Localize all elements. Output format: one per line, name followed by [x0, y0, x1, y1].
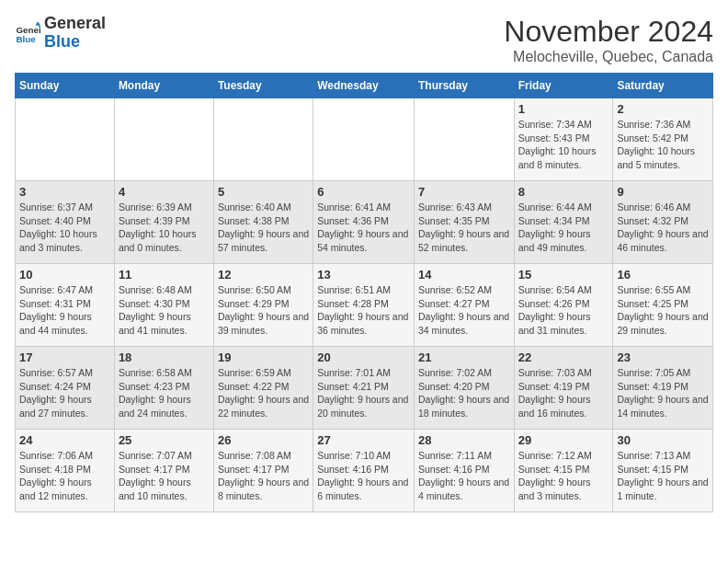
- calendar-cell: 26Sunrise: 7:08 AM Sunset: 4:17 PM Dayli…: [213, 430, 313, 512]
- calendar-cell: [213, 98, 313, 181]
- calendar-cell: 3Sunrise: 6:37 AM Sunset: 4:40 PM Daylig…: [16, 181, 115, 264]
- day-number: 6: [317, 185, 410, 199]
- calendar-cell: [114, 98, 213, 181]
- calendar-cell: 8Sunrise: 6:44 AM Sunset: 4:34 PM Daylig…: [514, 181, 613, 264]
- calendar-cell: 4Sunrise: 6:39 AM Sunset: 4:39 PM Daylig…: [114, 181, 213, 264]
- day-number: 21: [418, 350, 510, 364]
- header-thursday: Thursday: [414, 74, 514, 98]
- day-detail: Sunrise: 7:36 AM Sunset: 5:42 PM Dayligh…: [617, 118, 709, 172]
- day-number: 1: [518, 102, 609, 116]
- day-number: 15: [518, 268, 609, 282]
- header-tuesday: Tuesday: [213, 74, 313, 98]
- logo: General Blue General Blue: [15, 15, 106, 52]
- calendar-cell: 27Sunrise: 7:10 AM Sunset: 4:16 PM Dayli…: [313, 430, 415, 512]
- day-detail: Sunrise: 7:13 AM Sunset: 4:15 PM Dayligh…: [617, 449, 709, 503]
- day-detail: Sunrise: 7:01 AM Sunset: 4:21 PM Dayligh…: [317, 366, 410, 420]
- calendar-cell: 20Sunrise: 7:01 AM Sunset: 4:21 PM Dayli…: [313, 347, 415, 430]
- day-detail: Sunrise: 7:03 AM Sunset: 4:19 PM Dayligh…: [518, 366, 609, 420]
- day-detail: Sunrise: 7:05 AM Sunset: 4:19 PM Dayligh…: [617, 366, 709, 420]
- logo-text: General Blue: [44, 15, 106, 52]
- calendar-cell: 11Sunrise: 6:48 AM Sunset: 4:30 PM Dayli…: [114, 264, 213, 347]
- day-number: 10: [19, 268, 110, 282]
- day-number: 22: [518, 350, 609, 364]
- calendar-cell: 16Sunrise: 6:55 AM Sunset: 4:25 PM Dayli…: [613, 264, 713, 347]
- day-number: 2: [617, 102, 709, 116]
- header-friday: Friday: [514, 74, 613, 98]
- day-detail: Sunrise: 7:07 AM Sunset: 4:17 PM Dayligh…: [119, 449, 210, 503]
- calendar-cell: 15Sunrise: 6:54 AM Sunset: 4:26 PM Dayli…: [514, 264, 613, 347]
- day-detail: Sunrise: 7:02 AM Sunset: 4:20 PM Dayligh…: [418, 366, 510, 420]
- calendar-cell: 30Sunrise: 7:13 AM Sunset: 4:15 PM Dayli…: [613, 430, 713, 512]
- day-detail: Sunrise: 6:50 AM Sunset: 4:29 PM Dayligh…: [218, 283, 309, 338]
- day-number: 19: [218, 350, 309, 364]
- day-detail: Sunrise: 6:52 AM Sunset: 4:27 PM Dayligh…: [418, 283, 510, 338]
- day-number: 12: [218, 268, 309, 282]
- location-title: Melocheville, Quebec, Canada: [504, 49, 713, 65]
- calendar-week-3: 10Sunrise: 6:47 AM Sunset: 4:31 PM Dayli…: [16, 264, 713, 347]
- day-detail: Sunrise: 6:54 AM Sunset: 4:26 PM Dayligh…: [518, 283, 609, 338]
- calendar-cell: 17Sunrise: 6:57 AM Sunset: 4:24 PM Dayli…: [16, 347, 115, 430]
- calendar-week-4: 17Sunrise: 6:57 AM Sunset: 4:24 PM Dayli…: [16, 347, 713, 430]
- day-number: 8: [518, 185, 609, 199]
- day-number: 13: [317, 268, 410, 282]
- calendar-cell: 1Sunrise: 7:34 AM Sunset: 5:43 PM Daylig…: [514, 98, 613, 181]
- calendar-cell: 6Sunrise: 6:41 AM Sunset: 4:36 PM Daylig…: [313, 181, 415, 264]
- day-detail: Sunrise: 6:59 AM Sunset: 4:22 PM Dayligh…: [218, 366, 309, 420]
- page-header: General Blue General Blue November 2024 …: [15, 15, 713, 65]
- day-detail: Sunrise: 6:40 AM Sunset: 4:38 PM Dayligh…: [218, 201, 309, 255]
- day-detail: Sunrise: 7:10 AM Sunset: 4:16 PM Dayligh…: [317, 449, 410, 503]
- calendar-cell: 14Sunrise: 6:52 AM Sunset: 4:27 PM Dayli…: [414, 264, 514, 347]
- day-number: 3: [19, 185, 110, 199]
- calendar-cell: 7Sunrise: 6:43 AM Sunset: 4:35 PM Daylig…: [414, 181, 514, 264]
- calendar-cell: 22Sunrise: 7:03 AM Sunset: 4:19 PM Dayli…: [514, 347, 613, 430]
- month-title: November 2024: [504, 15, 713, 49]
- day-detail: Sunrise: 7:08 AM Sunset: 4:17 PM Dayligh…: [218, 449, 309, 503]
- day-number: 28: [418, 433, 510, 447]
- day-number: 7: [418, 185, 510, 199]
- svg-text:Blue: Blue: [16, 34, 36, 44]
- day-number: 27: [317, 433, 410, 447]
- title-area: November 2024 Melocheville, Quebec, Cana…: [504, 15, 713, 65]
- day-detail: Sunrise: 6:37 AM Sunset: 4:40 PM Dayligh…: [19, 201, 110, 255]
- day-number: 5: [218, 185, 309, 199]
- day-number: 16: [617, 268, 709, 282]
- day-detail: Sunrise: 6:41 AM Sunset: 4:36 PM Dayligh…: [317, 201, 410, 255]
- logo-icon: General Blue: [15, 20, 40, 46]
- day-number: 17: [19, 350, 110, 364]
- calendar-cell: 28Sunrise: 7:11 AM Sunset: 4:16 PM Dayli…: [414, 430, 514, 512]
- calendar-header-row: SundayMondayTuesdayWednesdayThursdayFrid…: [16, 74, 713, 98]
- calendar-week-1: 1Sunrise: 7:34 AM Sunset: 5:43 PM Daylig…: [16, 98, 713, 181]
- calendar-week-5: 24Sunrise: 7:06 AM Sunset: 4:18 PM Dayli…: [16, 430, 713, 512]
- calendar-cell: 25Sunrise: 7:07 AM Sunset: 4:17 PM Dayli…: [114, 430, 213, 512]
- day-number: 29: [518, 433, 609, 447]
- svg-marker-2: [35, 21, 40, 25]
- header-monday: Monday: [114, 74, 213, 98]
- day-detail: Sunrise: 6:48 AM Sunset: 4:30 PM Dayligh…: [119, 283, 210, 338]
- day-number: 20: [317, 350, 410, 364]
- day-detail: Sunrise: 6:58 AM Sunset: 4:23 PM Dayligh…: [119, 366, 210, 420]
- calendar-cell: [313, 98, 415, 181]
- calendar-week-2: 3Sunrise: 6:37 AM Sunset: 4:40 PM Daylig…: [16, 181, 713, 264]
- day-number: 11: [119, 268, 210, 282]
- day-detail: Sunrise: 6:51 AM Sunset: 4:28 PM Dayligh…: [317, 283, 410, 338]
- calendar-cell: 19Sunrise: 6:59 AM Sunset: 4:22 PM Dayli…: [213, 347, 313, 430]
- day-number: 23: [617, 350, 709, 364]
- header-saturday: Saturday: [613, 74, 713, 98]
- day-detail: Sunrise: 6:57 AM Sunset: 4:24 PM Dayligh…: [19, 366, 110, 420]
- day-number: 4: [119, 185, 210, 199]
- day-detail: Sunrise: 6:46 AM Sunset: 4:32 PM Dayligh…: [617, 201, 709, 255]
- day-number: 25: [119, 433, 210, 447]
- calendar-cell: [16, 98, 115, 181]
- calendar-cell: 2Sunrise: 7:36 AM Sunset: 5:42 PM Daylig…: [613, 98, 713, 181]
- calendar-cell: 29Sunrise: 7:12 AM Sunset: 4:15 PM Dayli…: [514, 430, 613, 512]
- day-detail: Sunrise: 7:34 AM Sunset: 5:43 PM Dayligh…: [518, 118, 609, 172]
- day-number: 24: [19, 433, 110, 447]
- calendar-cell: 24Sunrise: 7:06 AM Sunset: 4:18 PM Dayli…: [16, 430, 115, 512]
- day-number: 30: [617, 433, 709, 447]
- day-number: 18: [119, 350, 210, 364]
- day-number: 26: [218, 433, 309, 447]
- day-detail: Sunrise: 6:43 AM Sunset: 4:35 PM Dayligh…: [418, 201, 510, 255]
- calendar-cell: 10Sunrise: 6:47 AM Sunset: 4:31 PM Dayli…: [16, 264, 115, 347]
- calendar-cell: [414, 98, 514, 181]
- calendar-cell: 5Sunrise: 6:40 AM Sunset: 4:38 PM Daylig…: [213, 181, 313, 264]
